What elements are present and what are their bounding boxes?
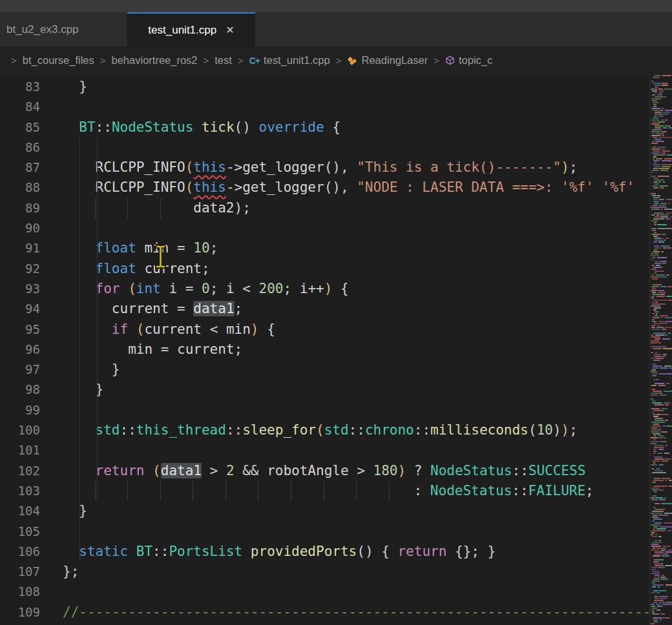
line-number: 104 [0, 501, 40, 521]
code-editor[interactable]: 83 }8485 BT::NodeStatus tick() override … [0, 74, 649, 625]
code-text: }; [40, 562, 79, 582]
line-number: 102 [0, 461, 40, 481]
code-text [40, 97, 63, 117]
code-text: static BT::PortsList providedPorts() { r… [40, 542, 496, 562]
code-line-109[interactable]: 109//-----------------------------------… [0, 602, 649, 622]
line-number: 86 [0, 138, 40, 158]
line-number: 105 [0, 522, 40, 542]
line-number: 85 [0, 118, 40, 138]
code-text: float current; [40, 259, 210, 279]
chevron-right-icon: > [434, 55, 439, 66]
code-text: data2); [40, 198, 251, 218]
breadcrumb-item-test_unit1.cpp[interactable]: C+test_unit1.cpp [249, 54, 330, 67]
code-text: RCLCPP_INFO(this->get_logger(), "NODE : … [40, 178, 635, 198]
class-icon [347, 56, 357, 66]
code-text [40, 138, 63, 158]
line-number: 84 [0, 97, 40, 117]
line-number: 83 [0, 77, 40, 97]
code-text: for (int i = 0; i < 200; i++) { [40, 279, 349, 299]
tab-bar: bt_u2_ex3.cpp test_unit1.cpp ✕ [0, 12, 672, 46]
code-text: : NodeStatus::FAILURE; [40, 481, 594, 501]
code-line-108[interactable]: 108 [0, 582, 649, 602]
code-line-105[interactable]: 105 [0, 522, 649, 542]
method-icon [445, 56, 455, 65]
code-text: RCLCPP_INFO(this->get_logger(), "This is… [40, 158, 578, 178]
breadcrumb-item-bt_course_files[interactable]: bt_course_files [23, 54, 94, 67]
chevron-right-icon: > [238, 55, 244, 66]
line-number: 99 [0, 400, 40, 420]
line-number: 93 [0, 279, 40, 299]
chevron-right-icon: > [204, 55, 209, 66]
breadcrumb: >bt_course_files>behaviortree_ros2>test>… [0, 46, 672, 74]
line-number: 106 [0, 542, 40, 562]
code-line-107[interactable]: 107}; [0, 562, 649, 582]
code-text: BT::NodeStatus tick() override { [40, 118, 341, 138]
line-number: 96 [0, 340, 40, 360]
code-text [40, 440, 63, 460]
code-text: float min = 10; [40, 238, 218, 258]
line-number: 92 [0, 259, 40, 279]
line-number: 90 [0, 218, 40, 238]
code-text: current = data1; [40, 299, 242, 319]
code-text [40, 400, 63, 420]
code-text [40, 218, 63, 238]
line-number: 94 [0, 299, 40, 319]
code-text: } [40, 77, 87, 97]
line-number: 109 [0, 602, 40, 622]
indent-guide [79, 138, 80, 562]
chevron-right-icon: > [100, 55, 106, 66]
title-strip [0, 0, 672, 12]
chevron-right-icon: > [11, 55, 17, 66]
code-line-85[interactable]: 85 BT::NodeStatus tick() override { [0, 118, 649, 138]
tab-label: test_unit1.cpp [148, 24, 216, 37]
vscode-window: bt_u2_ex3.cpp test_unit1.cpp ✕ >bt_cours… [0, 0, 672, 625]
line-number: 103 [0, 481, 40, 501]
code-line-104[interactable]: 104 } [0, 501, 649, 521]
breadcrumb-item-topic_c[interactable]: topic_c [445, 54, 492, 67]
code-text: } [40, 380, 103, 400]
chevron-right-icon: > [336, 55, 342, 66]
line-number: 97 [0, 360, 40, 380]
code-text [40, 522, 63, 542]
code-line-84[interactable]: 84 [0, 97, 649, 117]
tab-label: bt_u2_ex3.cpp [6, 23, 79, 36]
line-number: 101 [0, 440, 40, 460]
code-text [40, 582, 63, 602]
breadcrumb-item-behaviortree_ros2[interactable]: behaviortree_ros2 [112, 54, 198, 67]
indent-guide [97, 138, 98, 501]
code-text: min = current; [40, 340, 242, 360]
line-number: 95 [0, 320, 40, 340]
line-number: 91 [0, 238, 40, 258]
breadcrumb-item-test[interactable]: test [215, 54, 232, 67]
breadcrumb-item-ReadingLaser[interactable]: ReadingLaser [347, 54, 428, 67]
tab-test-unit1[interactable]: test_unit1.cpp ✕ [127, 12, 255, 46]
cpp-file-icon: C+ [249, 56, 260, 66]
line-number: 88 [0, 178, 40, 198]
tab-bt-u2-ex3[interactable]: bt_u2_ex3.cpp [0, 12, 127, 46]
code-line-106[interactable]: 106 static BT::PortsList providedPorts()… [0, 542, 649, 562]
line-number: 87 [0, 158, 40, 178]
code-text: //--------------------------------------… [40, 602, 649, 622]
line-number: 107 [0, 562, 40, 582]
line-number: 98 [0, 380, 40, 400]
close-icon[interactable]: ✕ [226, 24, 234, 36]
minimap[interactable] [649, 74, 672, 625]
line-number: 100 [0, 420, 40, 440]
code-text: std::this_thread::sleep_for(std::chrono:… [40, 420, 578, 440]
code-line-83[interactable]: 83 } [0, 77, 649, 97]
code-text: if (current < min) { [40, 320, 275, 340]
line-number: 89 [0, 198, 40, 218]
line-number: 108 [0, 582, 40, 602]
code-text: return (data1 > 2 && robotAngle > 180) ?… [40, 461, 585, 481]
